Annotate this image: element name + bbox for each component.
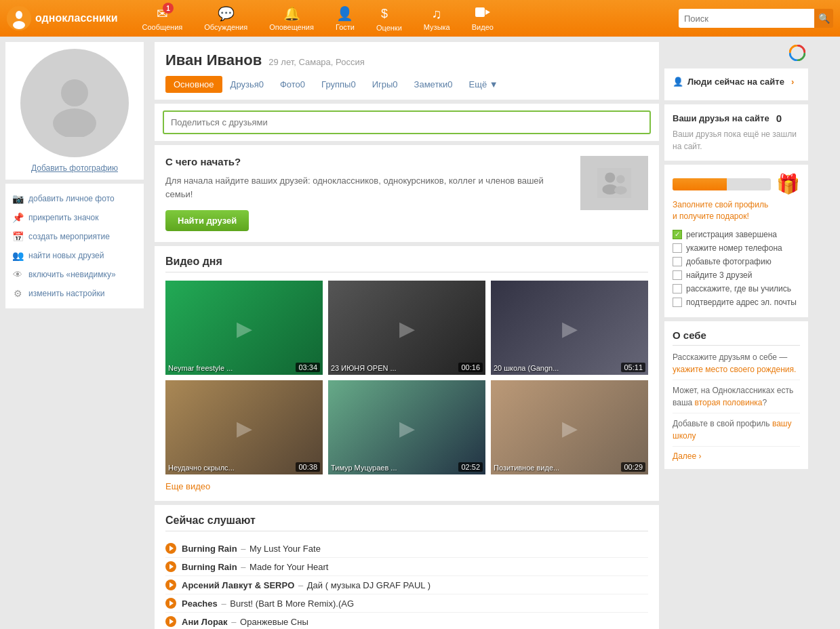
music-icon: ♫ bbox=[432, 6, 442, 22]
nav-music[interactable]: ♫ Музыка bbox=[413, 3, 461, 34]
profile-tabs: Основное Друзья0 Фото0 Группы0 Игры0 Зам… bbox=[165, 76, 648, 93]
video-label-1: 23 ИЮНЯ OPEN ... bbox=[331, 364, 397, 372]
video-item-3[interactable]: ▶ 00:38 Неудачно скрылс... bbox=[165, 380, 323, 474]
people-icon: 👤 bbox=[673, 77, 683, 87]
sidebar-item-add-photo[interactable]: 📷 добавить личное фото bbox=[5, 189, 144, 208]
profile-complete-text: Заполните свой профиль и получите подаро… bbox=[673, 199, 800, 222]
music-item-4[interactable]: Ани Лорак – Оранжевые Сны bbox=[165, 613, 648, 629]
svg-point-2 bbox=[13, 21, 25, 29]
tab-groups[interactable]: Группы0 bbox=[313, 76, 364, 93]
about-text-1: Расскажите друзьям о себе — укажите мест… bbox=[673, 351, 800, 376]
share-input[interactable] bbox=[163, 110, 651, 134]
check-box-reg: ✓ bbox=[673, 230, 682, 239]
sidebar-item-pin-badge-label: прикрепить значок bbox=[28, 213, 98, 222]
add-photo-icon: 📷 bbox=[12, 193, 23, 204]
nav-messages[interactable]: ✉ 1 Сообщения bbox=[132, 3, 194, 34]
video-item-2[interactable]: ▶ 05:11 20 школа (Gangn... bbox=[491, 281, 648, 375]
page-wrapper: Добавить фотографию 📷 добавить личное фо… bbox=[0, 37, 840, 629]
check-box-friends3 bbox=[673, 270, 682, 280]
profile-completion-block: 🎁 Заполните свой профиль и получите пода… bbox=[664, 165, 808, 317]
checklist-item-friends3[interactable]: найдите 3 друзей bbox=[673, 268, 800, 282]
search-form: 🔍 bbox=[679, 9, 833, 28]
checklist-item-photo[interactable]: добавьте фотографию bbox=[673, 255, 800, 268]
music-item-0[interactable]: Burning Rain – My Lust Your Fate bbox=[165, 540, 648, 558]
tab-photos[interactable]: Фото0 bbox=[272, 76, 313, 93]
nav-guests[interactable]: 👤 Гости bbox=[325, 3, 365, 34]
discussions-icon: 💬 bbox=[218, 5, 235, 22]
search-button[interactable]: 🔍 bbox=[814, 9, 833, 28]
nav-notifications[interactable]: 🔔 Оповещения bbox=[258, 3, 325, 34]
video-label-0: Neymar freestyle ... bbox=[168, 364, 233, 372]
music-text-2: Арсений Лавкут & SERPO – Дай ( музыка DJ… bbox=[182, 580, 431, 590]
start-desc: Для начала найдите ваших друзей: однокла… bbox=[165, 174, 569, 201]
find-friends-button[interactable]: Найти друзей bbox=[165, 210, 249, 231]
music-list: Burning Rain – My Lust Your Fate Burning… bbox=[165, 540, 648, 629]
play-icon-0 bbox=[165, 543, 176, 554]
nav-video[interactable]: Видео bbox=[461, 3, 504, 34]
profile-header: Иван Иванов 29 лет, Самара, Россия Основ… bbox=[155, 42, 659, 100]
video-section-title: Видео дня bbox=[165, 256, 648, 272]
checklist-item-phone[interactable]: укажите номер телефона bbox=[673, 241, 800, 255]
video-duration-4: 02:52 bbox=[458, 462, 483, 472]
checklist-item-reg: ✓ регистрация завершена bbox=[673, 228, 800, 241]
video-duration-1: 00:16 bbox=[458, 363, 483, 372]
online-people-title: 👤 Люди сейчас на сайте › bbox=[673, 77, 800, 87]
about-more-link[interactable]: Далее › bbox=[673, 451, 701, 461]
notifications-label: Оповещения bbox=[269, 23, 314, 31]
tab-games[interactable]: Игры0 bbox=[364, 76, 406, 93]
tab-more[interactable]: Ещё ▼ bbox=[461, 76, 506, 93]
check-box-phone bbox=[673, 243, 682, 253]
sidebar-item-settings[interactable]: ⚙ изменить настройки bbox=[5, 284, 144, 303]
start-image bbox=[580, 156, 648, 210]
music-section-title: Сейчас слушают bbox=[165, 514, 648, 531]
nav-discussions[interactable]: 💬 Обсуждения bbox=[193, 3, 258, 34]
video-item-4[interactable]: ▶ 02:52 Тимур Муцураев ... bbox=[328, 380, 485, 474]
video-duration-5: 00:29 bbox=[621, 462, 645, 472]
about-link-2[interactable]: вторая половинка bbox=[695, 398, 763, 407]
sidebar-item-create-event[interactable]: 📅 создать мероприятие bbox=[5, 227, 144, 246]
search-input[interactable] bbox=[679, 9, 814, 28]
video-item-5[interactable]: ▶ 00:29 Позитивное виде... bbox=[491, 380, 648, 474]
video-item-1[interactable]: ▶ 00:16 23 ИЮНЯ OPEN ... bbox=[328, 281, 485, 375]
friends-on-site-title: Ваши друзья на сайте bbox=[673, 113, 769, 123]
svg-point-1 bbox=[16, 11, 22, 19]
play-icon-3 bbox=[165, 598, 176, 609]
music-item-1[interactable]: Burning Rain – Made for Your Heart bbox=[165, 558, 648, 576]
music-text-1: Burning Rain – Made for Your Heart bbox=[182, 562, 328, 572]
tab-friends[interactable]: Друзья0 bbox=[222, 76, 272, 93]
start-text: С чего начать? Для начала найдите ваших … bbox=[165, 156, 569, 231]
about-link-1[interactable]: укажите место своего рождения. bbox=[673, 365, 796, 374]
music-item-3[interactable]: Peaches – Burst! (Bart B More Remix).(AG bbox=[165, 594, 648, 613]
tab-notes[interactable]: Заметки0 bbox=[406, 76, 461, 93]
profile-meta: 29 лет, Самара, Россия bbox=[268, 57, 364, 67]
add-photo-link[interactable]: Добавить фотографию bbox=[31, 163, 118, 173]
create-event-icon: 📅 bbox=[12, 231, 23, 242]
about-text-3: Добавьте в свой профиль вашу школу bbox=[673, 418, 800, 442]
sidebar-item-pin-badge[interactable]: 📌 прикрепить значок bbox=[5, 208, 144, 227]
play-icon-1 bbox=[165, 561, 176, 572]
svg-point-11 bbox=[616, 175, 625, 184]
pin-badge-icon: 📌 bbox=[12, 212, 23, 223]
check-box-photo bbox=[673, 257, 682, 266]
checklist-item-email[interactable]: подтвердите адрес эл. почты bbox=[673, 296, 800, 309]
svg-point-7 bbox=[53, 108, 96, 137]
checklist-item-where[interactable]: расскажите, где вы учились bbox=[673, 282, 800, 296]
video-duration-2: 05:11 bbox=[621, 363, 645, 372]
video-item-0[interactable]: ▶ 03:34 Neymar freestyle ... bbox=[165, 281, 323, 375]
sidebar-item-find-friends-label: найти новых друзей bbox=[28, 251, 104, 260]
gift-icon: 🎁 bbox=[776, 173, 800, 195]
about-divider-1 bbox=[673, 380, 800, 380]
site-name: одноклассники bbox=[35, 12, 118, 24]
right-sidebar: 👤 Люди сейчас на сайте › Ваши друзья на … bbox=[664, 42, 814, 629]
profile-name-row: Иван Иванов 29 лет, Самара, Россия bbox=[165, 52, 648, 69]
more-video-link[interactable]: Еще видео bbox=[165, 481, 210, 491]
profile-name: Иван Иванов bbox=[165, 52, 262, 69]
music-item-2[interactable]: Арсений Лавкут & SERPO – Дай ( музыка DJ… bbox=[165, 576, 648, 594]
tab-main[interactable]: Основное bbox=[165, 76, 222, 93]
nav-ratings[interactable]: $ Оценки bbox=[365, 3, 413, 35]
sidebar-item-find-friends[interactable]: 👥 найти новых друзей bbox=[5, 246, 144, 265]
sidebar-item-invisible[interactable]: 👁 включить «невидимку» bbox=[5, 265, 144, 284]
settings-icon: ⚙ bbox=[12, 288, 23, 299]
site-logo[interactable]: одноклассники bbox=[7, 6, 118, 31]
avatar bbox=[20, 49, 129, 157]
